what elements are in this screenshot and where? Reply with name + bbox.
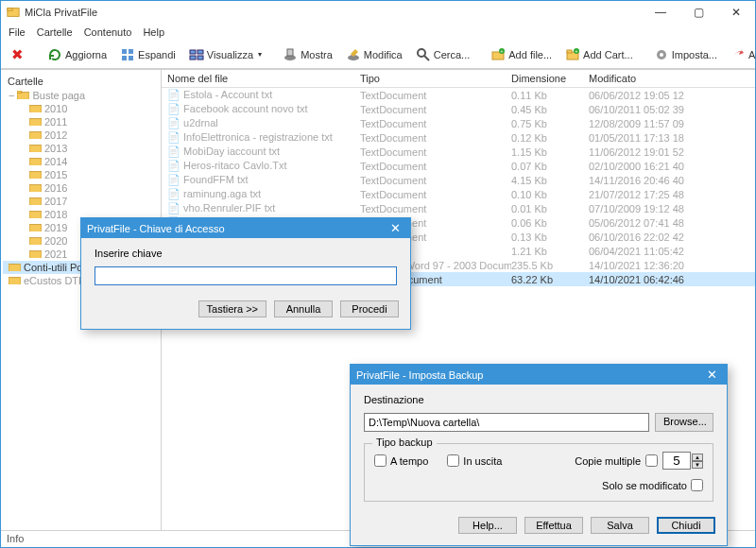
tool-addfile[interactable]: +Add file... [485, 44, 558, 65]
group-tipo-backup: Tipo backup A tempo In uscita Copie mult… [364, 443, 713, 502]
close-icon[interactable]: ✕ [702, 368, 721, 382]
cancel-button[interactable]: Annulla [274, 300, 333, 317]
menu-cartelle[interactable]: Cartelle [37, 26, 73, 38]
close-button[interactable]: ✕ [717, 1, 755, 24]
tool-visualizza[interactable]: Visualizza▾ [183, 44, 267, 65]
folder-icon [9, 276, 21, 286]
tool-aggiorna[interactable]: Aggiorna [42, 44, 112, 65]
minus-icon[interactable]: − [9, 90, 14, 101]
inuscita-check[interactable]: In uscita [447, 454, 502, 467]
copie-check[interactable] [645, 454, 658, 467]
tree-item[interactable]: 2012 [3, 128, 159, 142]
view-icon [189, 47, 204, 62]
svg-rect-7 [198, 50, 203, 54]
tool-espandi[interactable]: Espandi [114, 44, 181, 65]
list-row[interactable]: 📄 Estola - Account txtTextDocument0.11 K… [162, 88, 755, 102]
dest-input[interactable] [364, 413, 649, 432]
svg-rect-27 [29, 118, 42, 126]
keyboard-button[interactable]: Tastiera >> [198, 300, 266, 317]
tool-cerca[interactable]: Cerca... [410, 44, 476, 65]
list-row[interactable]: 📄 u2drnalTextDocument0.75 Kb12/08/2009 1… [162, 116, 755, 130]
svg-rect-25 [17, 91, 22, 93]
tree-item[interactable]: 2016 [3, 181, 159, 195]
folder-icon [29, 210, 42, 220]
maximize-button[interactable]: ▢ [679, 1, 717, 24]
list-row[interactable]: 📄 InfoElettronica - registrazione txtTex… [162, 130, 755, 145]
menu-help[interactable]: Help [143, 26, 164, 38]
solose-check[interactable]: Solo se modificato [602, 479, 703, 491]
salva-button[interactable]: Salva [591, 517, 649, 534]
col-name[interactable]: Nome del file [162, 73, 360, 84]
svg-rect-4 [122, 56, 127, 60]
spin-up-icon[interactable]: ▲ [692, 454, 703, 461]
svg-rect-11 [287, 49, 293, 56]
dialog-backup-title[interactable]: PrivatFile - Imposta Backup ✕ [351, 365, 727, 385]
svg-rect-39 [9, 277, 21, 284]
key-input[interactable] [94, 266, 397, 285]
tool-auto[interactable]: Auto... [725, 44, 756, 65]
list-row[interactable]: 📄 Facebook account novo txtTextDocument0… [162, 102, 755, 116]
app-icon [7, 6, 20, 19]
svg-rect-2 [122, 49, 127, 54]
chiudi-button[interactable]: Chiudi [657, 517, 715, 534]
list-row[interactable]: 📄 vho.Renruler.PIF txtTextDocument0.01 K… [162, 201, 755, 215]
col-size[interactable]: Dimensione [511, 73, 589, 84]
effettua-button[interactable]: Effettua [524, 517, 583, 534]
list-row[interactable]: 📄 MobiDay iaccount txtTextDocument1.15 K… [162, 145, 755, 159]
svg-rect-30 [29, 158, 42, 165]
addfolder-icon: + [565, 47, 580, 62]
window-title: MiCla PrivatFile [25, 7, 97, 18]
help-button[interactable]: Help... [458, 517, 517, 534]
folder-icon [29, 249, 42, 260]
tree-item[interactable]: 2013 [3, 142, 159, 155]
minimize-button[interactable]: — [642, 1, 679, 24]
svg-line-14 [424, 56, 429, 60]
folder-icon [29, 223, 42, 233]
list-row[interactable]: 📄 FoundFFM txtTextDocument4.15 Kb14/11/2… [162, 173, 755, 187]
svg-rect-33 [29, 197, 42, 205]
folder-icon [9, 263, 21, 273]
col-mod[interactable]: Modificato [589, 73, 755, 84]
key-prompt: Inserire chiave [94, 248, 397, 259]
folder-icon [29, 197, 42, 207]
status-text: Info [7, 533, 24, 544]
proceed-button[interactable]: Procedi [340, 300, 399, 317]
tree-item[interactable]: 2011 [3, 115, 159, 128]
folder-icon [17, 91, 29, 101]
browse-button[interactable]: Browse... [655, 413, 713, 432]
tree-item[interactable]: 2014 [3, 155, 159, 168]
copie-label: Copie multiple [575, 455, 641, 467]
list-row[interactable]: 📄 raminung.aga txtTextDocument0.10 Kb21/… [162, 187, 755, 201]
svg-rect-36 [29, 237, 42, 245]
refresh-icon [47, 47, 62, 62]
tree-item[interactable]: 2017 [3, 195, 159, 208]
tool-imposta[interactable]: Imposta... [648, 44, 723, 65]
folder-icon [29, 157, 42, 167]
edit-icon [346, 47, 361, 62]
spin-down-icon[interactable]: ▼ [692, 461, 703, 469]
toolbar: ✖ Aggiorna Espandi Visualizza▾ Mostra Mo… [1, 41, 755, 69]
chevron-down-icon: ▾ [258, 50, 262, 59]
svg-text:+: + [576, 48, 578, 54]
dialog-key-title[interactable]: PrivatFile - Chiave di Accesso ✕ [81, 218, 410, 238]
titlebar: MiCla PrivatFile — ▢ ✕ [1, 1, 755, 24]
col-type[interactable]: Tipo [360, 73, 511, 84]
close-icon[interactable]: ✕ [386, 221, 404, 235]
menu-file[interactable]: File [9, 26, 26, 38]
tool-addcart[interactable]: +Add Cart... [559, 44, 639, 65]
expand-icon [120, 47, 135, 62]
tree-item[interactable]: 2015 [3, 168, 159, 181]
atempo-check[interactable]: A tempo [374, 454, 428, 467]
folder-icon [29, 104, 42, 114]
list-row[interactable]: 📄 Heros-ritaco Cavlo.TxtTextDocument0.07… [162, 159, 755, 173]
show-icon [283, 47, 298, 62]
folder-icon [29, 170, 42, 180]
menu-contenuto[interactable]: Contenuto [84, 26, 132, 38]
copie-spinner[interactable]: ▲▼ [662, 452, 703, 470]
tool-modifica[interactable]: Modifica [340, 44, 408, 65]
tree-item[interactable]: 2010 [3, 102, 159, 115]
svg-rect-3 [129, 49, 133, 54]
tool-delete[interactable]: ✖ [6, 44, 32, 65]
addfile-icon: + [490, 47, 506, 62]
tool-mostra[interactable]: Mostra [277, 44, 338, 65]
